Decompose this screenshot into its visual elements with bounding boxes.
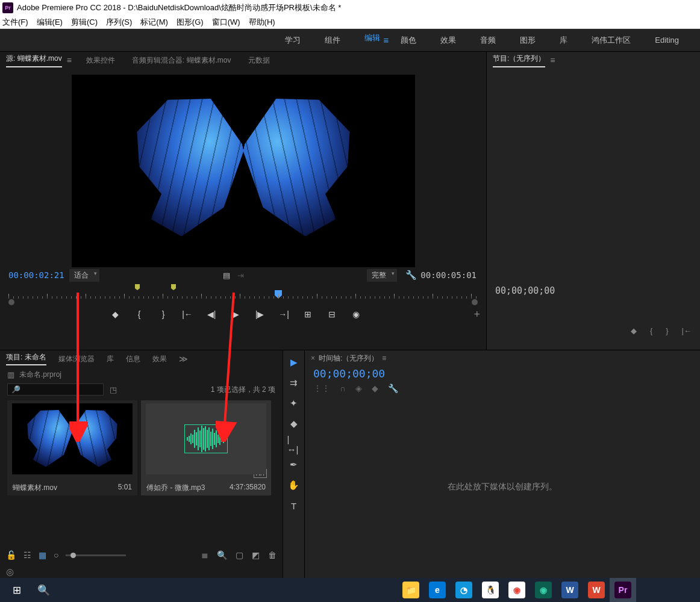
step-forward-button[interactable]: |▶ (254, 309, 265, 319)
pen-tool-icon[interactable]: ✒ (287, 459, 301, 471)
workspace-tab-效果[interactable]: 效果 (440, 35, 456, 46)
project-tab[interactable]: 库 (107, 354, 114, 364)
taskbar-app-edge[interactable]: ◉ (530, 578, 557, 602)
creative-cloud-icon[interactable]: ◎ (0, 565, 283, 579)
insert-button[interactable]: ⊞ (302, 309, 313, 319)
selection-tool-icon[interactable]: ▶ (287, 356, 301, 368)
project-tab[interactable]: 效果 (152, 354, 167, 364)
project-tab[interactable]: 项目: 未命名 (6, 352, 46, 365)
hand-tool-icon[interactable]: ✋ (287, 479, 301, 491)
step-back-button[interactable]: ◀| (206, 309, 217, 319)
panel-menu-icon[interactable]: ≡ (550, 55, 555, 65)
ripple-edit-tool-icon[interactable]: ✦ (287, 397, 301, 409)
taskbar-app-edge-old[interactable]: e (424, 578, 451, 602)
overflow-chevron-icon[interactable]: ≫ (179, 354, 188, 364)
new-item-icon[interactable]: ◩ (252, 550, 260, 560)
wrench-icon[interactable]: 🔧 (405, 270, 417, 281)
wrench-icon[interactable]: 🔧 (388, 383, 398, 393)
icon-view-icon[interactable]: ▦ (39, 550, 46, 560)
source-tab[interactable]: 元数据 (248, 55, 270, 66)
go-to-in-button[interactable]: |← (182, 309, 193, 319)
source-ruler[interactable] (0, 283, 486, 304)
menu-窗口[interactable]: 窗口(W) (212, 17, 240, 28)
workspace-tab-颜色[interactable]: 颜色 (401, 35, 416, 46)
go-to-in-button[interactable]: |← (682, 326, 692, 335)
taskbar-app-file-explorer[interactable]: 📁 (398, 578, 424, 602)
menu-帮助[interactable]: 帮助(H) (249, 17, 275, 28)
workspace-tab-组件[interactable]: 组件 (325, 35, 340, 46)
sort-icon[interactable]: ≣ (201, 550, 208, 560)
panel-menu-icon[interactable]: ≡ (67, 55, 72, 65)
overwrite-button[interactable]: ⊟ (327, 309, 337, 319)
play-button[interactable]: ▶ (230, 309, 241, 319)
workspace-tab-编辑[interactable]: 编辑 (364, 33, 380, 48)
source-quality-dropdown[interactable]: 完整 (367, 269, 397, 282)
freeform-view-icon[interactable]: ○ (54, 550, 58, 560)
marker-icon[interactable] (171, 284, 176, 290)
source-tab[interactable]: 效果控件 (86, 55, 115, 66)
list-view-icon[interactable]: ☷ (23, 550, 31, 560)
source-tab[interactable]: 音频剪辑混合器: 蝴蝶素材.mov (132, 55, 231, 66)
source-zoom-scrollbar[interactable] (8, 300, 478, 304)
source-monitor-video[interactable] (72, 75, 415, 267)
timeline-timecode[interactable]: 00;00;00;00 (305, 366, 700, 381)
menu-编辑[interactable]: 编辑(E) (37, 17, 63, 28)
project-item[interactable]: HH傅如乔 - 微微.mp34:37:35820 (141, 400, 271, 495)
program-timecode[interactable]: 00;00;00;00 (495, 285, 555, 296)
workspace-menu-icon[interactable]: ≡ (383, 35, 389, 45)
source-zoom-dropdown[interactable]: 适合 (69, 269, 99, 282)
project-search-input[interactable] (7, 383, 104, 396)
workspace-tab-库[interactable]: 库 (560, 35, 567, 46)
menu-标记[interactable]: 标记(M) (140, 17, 168, 28)
overlay-icon[interactable]: ⇥ (237, 271, 244, 280)
workspace-tab-音频[interactable]: 音频 (480, 35, 496, 46)
export-frame-button[interactable]: ◉ (351, 309, 361, 319)
type-tool-icon[interactable]: T (287, 500, 301, 512)
marker-icon[interactable] (135, 284, 140, 290)
close-panel-icon[interactable]: × (311, 354, 315, 362)
go-to-out-button[interactable]: →| (278, 309, 289, 319)
menu-序列[interactable]: 序列(S) (106, 17, 132, 28)
mark-in-button[interactable]: ◆ (110, 309, 120, 319)
taskbar-app-qq-browser[interactable]: ◔ (451, 578, 477, 602)
filter-bin-icon[interactable]: ◳ (110, 385, 117, 394)
timeline-settings-icon[interactable]: ◆ (372, 383, 378, 393)
add-marker-icon[interactable]: ◈ (355, 383, 362, 393)
thumbnail-size-slider[interactable] (66, 554, 126, 556)
project-tab[interactable]: 信息 (126, 354, 140, 364)
track-select-tool-icon[interactable]: ⇉ (287, 377, 301, 389)
project-item[interactable]: 蝴蝶素材.mov5:01 (7, 400, 137, 495)
workspace-tab-鸿伟工作区[interactable]: 鸿伟工作区 (592, 35, 631, 46)
mark-clip-button[interactable]: } (666, 326, 668, 335)
tab-program[interactable]: 节目:（无序列） (493, 54, 545, 67)
source-tab[interactable]: 源: 蝴蝶素材.mov (6, 54, 62, 67)
new-bin-icon[interactable]: ▢ (236, 550, 243, 560)
button-editor-plus-icon[interactable]: + (473, 308, 480, 321)
taskbar-app-qq[interactable]: 🐧 (477, 578, 504, 602)
trash-icon[interactable]: 🗑 (268, 550, 277, 560)
workspace-tab-Editing[interactable]: Editing (655, 36, 679, 45)
workspace-tab-图形[interactable]: 图形 (520, 35, 536, 46)
search-button[interactable]: 🔍 (30, 578, 57, 602)
linked-selection-icon[interactable]: ∩ (340, 383, 346, 393)
menu-剪辑[interactable]: 剪辑(C) (71, 17, 98, 28)
menu-文件[interactable]: 文件(F) (2, 17, 28, 28)
lock-icon[interactable]: 🔓 (6, 550, 16, 560)
taskbar-app-chrome[interactable]: ◉ (504, 578, 530, 602)
mark-out-button[interactable]: { (134, 309, 145, 319)
taskbar-app-word[interactable]: W (557, 578, 583, 602)
taskbar-app-wps[interactable]: W (583, 578, 610, 602)
menu-图形[interactable]: 图形(G) (177, 17, 204, 28)
taskbar-app-premiere[interactable]: Pr (610, 578, 636, 602)
start-button[interactable]: ⊞ (4, 578, 30, 602)
mark-in-button[interactable]: ◆ (631, 326, 637, 335)
workspace-tab-学习[interactable]: 学习 (285, 35, 301, 46)
project-tab[interactable]: 媒体浏览器 (58, 354, 95, 364)
panel-menu-icon[interactable]: ≡ (382, 354, 386, 362)
source-timecode-current[interactable]: 00:00:02:21 (8, 270, 64, 280)
timeline-drop-area[interactable]: 在此处放下媒体以创建序列。 (305, 396, 700, 579)
settings-icon[interactable]: ▤ (223, 271, 230, 280)
razor-tool-icon[interactable]: ◆ (287, 418, 301, 430)
slip-tool-icon[interactable]: |↔| (287, 438, 301, 450)
find-icon[interactable]: 🔍 (217, 550, 227, 560)
